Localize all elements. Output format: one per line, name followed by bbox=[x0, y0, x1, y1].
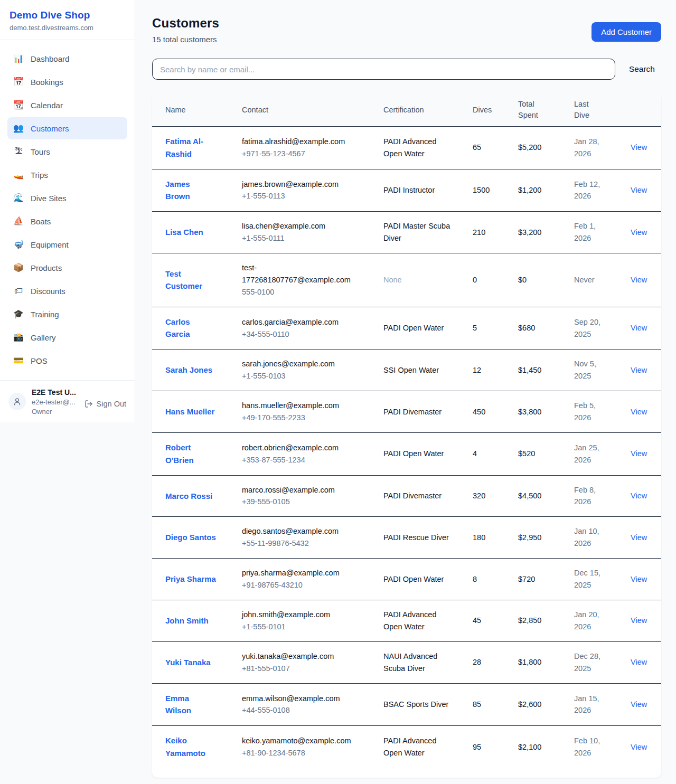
view-customer-link[interactable]: View bbox=[631, 186, 647, 194]
search-button[interactable]: Search bbox=[623, 64, 661, 74]
customer-name-link[interactable]: James Brown bbox=[165, 178, 216, 203]
customer-certification: PADI Open Water bbox=[383, 575, 444, 583]
customer-email: yuki.tanaka@example.com bbox=[242, 650, 354, 663]
customer-last-dive: Feb 10, 2026 bbox=[574, 736, 600, 757]
shop-name: Demo Dive Shop bbox=[10, 10, 125, 21]
table-row: Marco Rossi marco.rossi@example.com +39-… bbox=[152, 475, 661, 517]
customer-name-link[interactable]: Lisa Chen bbox=[165, 226, 203, 239]
sign-out-button[interactable]: Sign Out bbox=[84, 400, 126, 408]
sidebar-item-equipment[interactable]: 🤿 Equipment bbox=[7, 233, 127, 256]
dashboard-icon: 📊 bbox=[13, 54, 24, 63]
customer-name-link[interactable]: Yuki Tanaka bbox=[165, 656, 211, 669]
customer-phone: +1-555-0101 bbox=[242, 621, 368, 633]
customer-name-link[interactable]: Robert O'Brien bbox=[165, 441, 216, 466]
customer-name-link[interactable]: Keiko Yamamoto bbox=[165, 734, 216, 759]
customer-total-spent: $1,450 bbox=[518, 366, 541, 374]
customer-phone: +1-555-0113 bbox=[242, 190, 368, 202]
customer-total-spent: $2,950 bbox=[518, 533, 541, 542]
view-customer-link[interactable]: View bbox=[631, 743, 647, 751]
customer-phone: +81-555-0107 bbox=[242, 663, 368, 675]
customer-total-spent: $5,200 bbox=[518, 143, 541, 152]
customer-name-link[interactable]: Priya Sharma bbox=[165, 573, 216, 585]
view-customer-link[interactable]: View bbox=[631, 366, 647, 374]
customer-last-dive: Jan 10, 2026 bbox=[574, 527, 599, 547]
customer-last-dive: Feb 8, 2026 bbox=[574, 486, 596, 506]
customer-phone: +1-555-0111 bbox=[242, 232, 368, 244]
customer-name-link[interactable]: Sarah Jones bbox=[165, 364, 212, 376]
customer-dives: 45 bbox=[473, 616, 481, 625]
view-customer-link[interactable]: View bbox=[631, 533, 647, 542]
customer-phone: +49-170-555-2233 bbox=[242, 412, 368, 424]
sidebar-item-tours[interactable]: 🏝 Tours bbox=[7, 140, 127, 163]
customer-name-link[interactable]: Emma Wilson bbox=[165, 692, 216, 717]
table-row: James Brown james.brown@example.com +1-5… bbox=[152, 169, 661, 212]
view-customer-link[interactable]: View bbox=[631, 408, 647, 416]
customer-certification: PADI Advanced Open Water bbox=[383, 736, 437, 757]
table-body: Fatima Al-Rashid fatima.alrashid@example… bbox=[152, 127, 661, 768]
view-customer-link[interactable]: View bbox=[631, 492, 647, 500]
customers-icon: 👥 bbox=[13, 124, 24, 133]
view-customer-link[interactable]: View bbox=[631, 700, 647, 709]
view-customer-link[interactable]: View bbox=[631, 324, 647, 332]
sidebar-item-dive-sites[interactable]: 🌊 Dive Sites bbox=[7, 187, 127, 209]
customer-dives: 4 bbox=[473, 449, 477, 458]
view-customer-link[interactable]: View bbox=[631, 143, 647, 152]
customer-name-link[interactable]: Carlos Garcia bbox=[165, 316, 216, 341]
sidebar-item-calendar[interactable]: 📆 Calendar bbox=[7, 94, 127, 116]
user-name: E2E Test U... bbox=[32, 388, 79, 396]
customer-phone: +353-87-555-1234 bbox=[242, 454, 368, 466]
customer-total-spent: $2,600 bbox=[518, 700, 541, 709]
sidebar-item-pos[interactable]: 💳 POS bbox=[7, 350, 127, 372]
customer-name-link[interactable]: John Smith bbox=[165, 615, 209, 627]
customers-table-card: Name Contact Certification Dives Total S… bbox=[152, 93, 661, 778]
customer-name-link[interactable]: Diego Santos bbox=[165, 531, 216, 544]
customer-last-dive: Never bbox=[574, 276, 595, 284]
view-customer-link[interactable]: View bbox=[631, 575, 647, 583]
customer-certification: BSAC Sports Diver bbox=[383, 700, 448, 709]
search-input[interactable] bbox=[152, 59, 615, 80]
customer-phone: +44-555-0108 bbox=[242, 704, 368, 716]
add-customer-button[interactable]: Add Customer bbox=[592, 22, 661, 42]
customer-email: emma.wilson@example.com bbox=[242, 693, 354, 705]
customer-phone: +39-555-0105 bbox=[242, 496, 368, 508]
view-customer-link[interactable]: View bbox=[631, 616, 647, 625]
sidebar-nav: 📊 Dashboard 📅 Bookings 📆 Calendar 👥 Cust… bbox=[0, 40, 135, 380]
customer-name-link[interactable]: Hans Mueller bbox=[165, 405, 214, 418]
customer-email: sarah.jones@example.com bbox=[242, 358, 354, 370]
sidebar-item-dashboard[interactable]: 📊 Dashboard bbox=[7, 48, 127, 70]
customer-dives: 210 bbox=[473, 228, 485, 237]
search-row: Search bbox=[152, 59, 661, 80]
view-customer-link[interactable]: View bbox=[631, 228, 647, 237]
customer-certification: PADI Advanced Open Water bbox=[383, 610, 437, 631]
view-customer-link[interactable]: View bbox=[631, 276, 647, 284]
sidebar-item-boats[interactable]: ⛵ Boats bbox=[7, 210, 127, 232]
customer-total-spent: $680 bbox=[518, 324, 535, 332]
sidebar-item-customers[interactable]: 👥 Customers bbox=[7, 117, 127, 139]
customer-total-spent: $0 bbox=[518, 276, 527, 284]
customer-email: diego.santos@example.com bbox=[242, 525, 354, 537]
view-customer-link[interactable]: View bbox=[631, 658, 647, 666]
customer-total-spent: $520 bbox=[518, 449, 535, 458]
sidebar-item-training[interactable]: 🎓 Training bbox=[7, 303, 127, 325]
view-customer-link[interactable]: View bbox=[631, 449, 647, 458]
sidebar-item-bookings[interactable]: 📅 Bookings bbox=[7, 71, 127, 93]
table-row: Hans Mueller hans.mueller@example.com +4… bbox=[152, 391, 661, 433]
table-row: Emma Wilson emma.wilson@example.com +44-… bbox=[152, 683, 661, 726]
customer-total-spent: $3,200 bbox=[518, 228, 541, 237]
customer-name-link[interactable]: Test Customer bbox=[165, 268, 216, 292]
customer-name-link[interactable]: Marco Rossi bbox=[165, 490, 212, 503]
sidebar-item-trips[interactable]: 🚤 Trips bbox=[7, 164, 127, 186]
customer-last-dive: Jan 20, 2026 bbox=[574, 610, 599, 631]
customer-last-dive: Feb 5, 2026 bbox=[574, 401, 596, 422]
customer-dives: 85 bbox=[473, 700, 481, 709]
customer-email: hans.mueller@example.com bbox=[242, 400, 354, 412]
customer-dives: 1500 bbox=[473, 186, 490, 194]
sidebar-item-products[interactable]: 📦 Products bbox=[7, 257, 127, 279]
sidebar-item-discounts[interactable]: 🏷 Discounts bbox=[7, 280, 127, 302]
sidebar-item-gallery[interactable]: 📸 Gallery bbox=[7, 326, 127, 348]
products-icon: 📦 bbox=[13, 263, 24, 272]
user-email: e2e-tester@... bbox=[32, 398, 79, 406]
customer-certification: PADI Master Scuba Diver bbox=[383, 222, 450, 242]
customer-total-spent: $3,800 bbox=[518, 408, 541, 416]
customer-name-link[interactable]: Fatima Al-Rashid bbox=[165, 135, 216, 160]
